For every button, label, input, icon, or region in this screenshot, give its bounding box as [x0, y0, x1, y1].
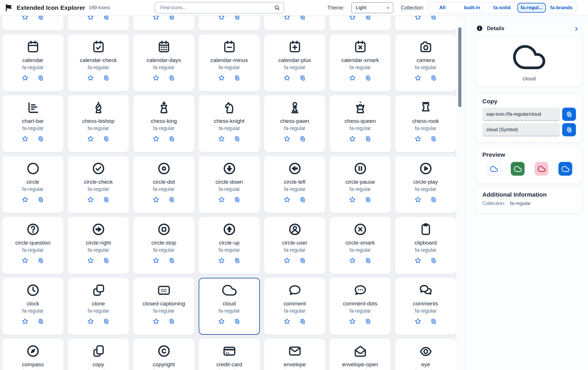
favorite-star-icon[interactable]: [22, 196, 29, 203]
icon-card-copy[interactable]: copyfa-regular: [68, 339, 129, 370]
copy-icon[interactable]: [168, 75, 175, 82]
favorite-star-icon[interactable]: [22, 318, 29, 325]
copy-icon[interactable]: [103, 196, 110, 203]
copy-icon[interactable]: [430, 318, 437, 325]
favorite-star-icon[interactable]: [349, 74, 356, 82]
favorite-star-icon[interactable]: [414, 74, 421, 82]
icon-card-chart-bar[interactable]: chart-barfa-regular: [2, 95, 63, 152]
collection-filter-fabrands[interactable]: fa-brands: [547, 3, 576, 13]
icon-card-envelope-open[interactable]: envelope-openfa-regular: [330, 339, 391, 370]
copy-icon[interactable]: [430, 16, 437, 21]
favorite-star-icon[interactable]: [152, 135, 160, 142]
icon-card-partial[interactable]: [2, 16, 63, 30]
favorite-star-icon[interactable]: [22, 16, 29, 21]
icon-card-partial[interactable]: [68, 16, 129, 30]
copy-icon[interactable]: [365, 318, 372, 325]
icon-card-cloud[interactable]: cloudfa-regular: [199, 278, 260, 335]
icon-card-chess-pawn[interactable]: chess-pawnfa-regular: [264, 95, 325, 152]
icon-card-chess-knight[interactable]: chess-knightfa-regular: [199, 95, 260, 152]
copy-icon[interactable]: [365, 135, 372, 142]
theme-select[interactable]: Light: [351, 2, 393, 13]
copy-symbol-button[interactable]: [562, 123, 576, 136]
icon-card-partial[interactable]: [199, 16, 260, 30]
preview-swatch-4-cloud-icon[interactable]: [558, 162, 572, 176]
copy-icon[interactable]: [299, 135, 306, 142]
favorite-star-icon[interactable]: [283, 196, 291, 203]
icon-card-circle-stop[interactable]: circle-stopfa-regular: [133, 217, 194, 274]
copy-icon[interactable]: [168, 196, 175, 203]
favorite-star-icon[interactable]: [152, 74, 160, 82]
collection-filter-builtin[interactable]: built-in: [458, 3, 487, 13]
search-input[interactable]: [160, 5, 274, 11]
icon-card-comment[interactable]: commentfa-regular: [264, 278, 325, 335]
favorite-star-icon[interactable]: [87, 135, 94, 142]
copy-icon[interactable]: [299, 318, 306, 325]
icon-card-circle-xmark[interactable]: circle-xmarkfa-regular: [330, 217, 391, 274]
favorite-star-icon[interactable]: [87, 318, 94, 325]
icon-card-credit-card[interactable]: credit-cardfa-regular: [199, 339, 260, 370]
copy-icon[interactable]: [299, 16, 306, 21]
favorite-star-icon[interactable]: [218, 135, 225, 142]
copy-icon[interactable]: [168, 16, 175, 21]
icon-card-circle-user[interactable]: circle-userfa-regular: [264, 217, 325, 274]
copy-icon[interactable]: [37, 196, 44, 203]
favorite-star-icon[interactable]: [87, 196, 94, 203]
copy-icon[interactable]: [234, 318, 241, 325]
copy-icon[interactable]: [37, 318, 44, 325]
icon-card-circle-down[interactable]: circle-downfa-regular: [199, 156, 260, 213]
icon-card-camera[interactable]: camerafa-regular: [395, 34, 456, 91]
icon-card-calendar-xmark[interactable]: calendar-xmarkfa-regular: [330, 34, 391, 91]
favorite-star-icon[interactable]: [22, 257, 29, 264]
icon-card-calendar[interactable]: calendarfa-regular: [2, 34, 63, 91]
collection-filter-All[interactable]: All: [428, 3, 457, 13]
favorite-star-icon[interactable]: [283, 135, 291, 142]
favorite-star-icon[interactable]: [414, 318, 421, 325]
copy-icon[interactable]: [37, 75, 44, 82]
preview-swatch-1-cloud-icon[interactable]: [487, 162, 501, 176]
icon-card-chess-rook[interactable]: chess-rookfa-regular: [395, 95, 456, 152]
favorite-star-icon[interactable]: [349, 135, 356, 142]
favorite-star-icon[interactable]: [152, 16, 160, 21]
icon-card-circle-question[interactable]: circle-questionfa-regular: [2, 217, 63, 274]
icon-card-circle-dot[interactable]: circle-dotfa-regular: [133, 156, 194, 213]
preview-swatch-3-cloud-icon[interactable]: [535, 162, 548, 176]
favorite-star-icon[interactable]: [22, 135, 29, 142]
copy-icon[interactable]: [103, 16, 110, 21]
icon-card-circle-play[interactable]: circle-playfa-regular: [395, 156, 456, 213]
favorite-star-icon[interactable]: [87, 16, 94, 21]
copy-icon[interactable]: [37, 257, 44, 264]
favorite-star-icon[interactable]: [218, 257, 225, 264]
favorite-star-icon[interactable]: [87, 74, 94, 82]
copy-icon[interactable]: [365, 16, 372, 21]
icon-card-clone[interactable]: clonefa-regular: [68, 278, 129, 335]
icon-card-partial[interactable]: [395, 16, 456, 30]
copy-icon[interactable]: [168, 257, 175, 264]
preview-swatch-2-cloud-icon[interactable]: [511, 162, 525, 176]
search-icon[interactable]: [274, 5, 280, 11]
favorite-star-icon[interactable]: [414, 16, 421, 21]
favorite-star-icon[interactable]: [349, 318, 356, 325]
copy-icon[interactable]: [168, 135, 175, 142]
favorite-star-icon[interactable]: [414, 135, 421, 142]
copy-icon[interactable]: [430, 196, 437, 203]
icon-card-calendar-days[interactable]: calendar-daysfa-regular: [133, 34, 194, 91]
icon-card-circle-check[interactable]: circle-checkfa-regular: [68, 156, 129, 213]
collection-filter-faregul[interactable]: fa-regul...: [517, 3, 546, 13]
copy-icon[interactable]: [430, 75, 437, 82]
copy-symbol-field[interactable]: cloud (Symbol): [482, 123, 560, 136]
copy-icon[interactable]: [234, 135, 241, 142]
icon-card-calendar-minus[interactable]: calendar-minusfa-regular: [199, 34, 260, 91]
copy-icon[interactable]: [103, 135, 110, 142]
copy-icon[interactable]: [103, 318, 110, 325]
icon-card-circle-right[interactable]: circle-rightfa-regular: [68, 217, 129, 274]
favorite-star-icon[interactable]: [152, 257, 160, 264]
favorite-star-icon[interactable]: [218, 318, 225, 325]
icon-card-calendar-check[interactable]: calendar-checkfa-regular: [68, 34, 129, 91]
copy-icon[interactable]: [234, 16, 241, 21]
icon-card-circle-pause[interactable]: circle-pausefa-regular: [330, 156, 391, 213]
copy-icon[interactable]: [103, 75, 110, 82]
chevron-right-icon[interactable]: [573, 26, 579, 32]
favorite-star-icon[interactable]: [218, 74, 225, 82]
favorite-star-icon[interactable]: [414, 196, 421, 203]
icon-card-eye[interactable]: eyefa-regular: [395, 339, 456, 370]
